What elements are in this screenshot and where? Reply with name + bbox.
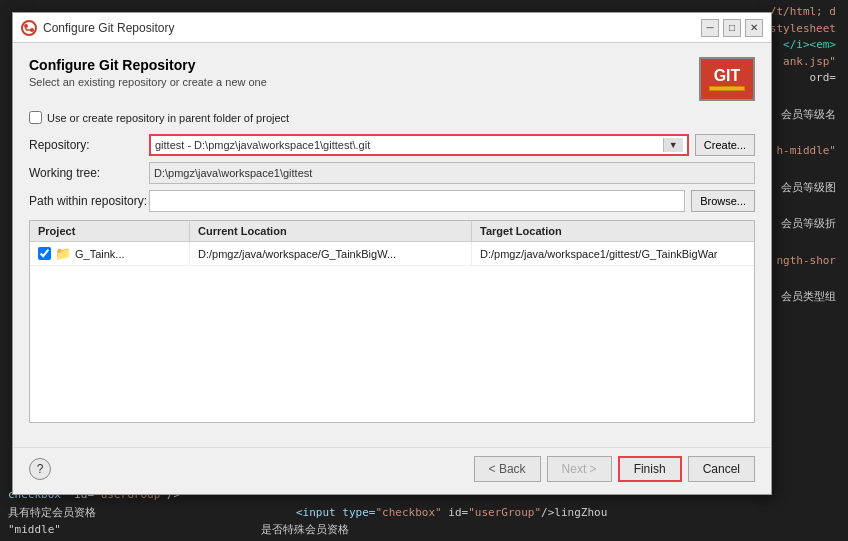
path-label: Path within repository: <box>29 194 149 208</box>
path-input[interactable] <box>149 190 685 212</box>
col-current-location: Current Location <box>190 221 472 241</box>
git-logo: GIT <box>699 57 755 101</box>
cancel-button[interactable]: Cancel <box>688 456 755 482</box>
repository-row: Repository: gittest - D:\pmgz\java\works… <box>29 134 755 156</box>
git-logo-text: GIT <box>714 67 741 85</box>
browse-button[interactable]: Browse... <box>691 190 755 212</box>
repository-label: Repository: <box>29 138 149 152</box>
parent-folder-label: Use or create repository in parent folde… <box>47 112 289 124</box>
dialog-main-title: Configure Git Repository <box>29 57 267 73</box>
dialog-header: Configure Git Repository Select an exist… <box>29 57 755 101</box>
finish-button[interactable]: Finish <box>618 456 682 482</box>
path-row: Path within repository: Browse... <box>29 190 755 212</box>
working-tree-row: Working tree: <box>29 162 755 184</box>
repository-value: gittest - D:\pmgz\java\workspace1\gittes… <box>155 139 663 151</box>
working-tree-input[interactable] <box>149 162 755 184</box>
parent-folder-checkbox-row: Use or create repository in parent folde… <box>29 111 755 124</box>
dialog-subtitle: Select an existing repository or create … <box>29 76 267 88</box>
svg-point-0 <box>22 21 36 35</box>
title-bar-controls: ─ □ ✕ <box>701 19 763 37</box>
project-cell: 📁 G_Taink... <box>30 242 190 265</box>
row-checkbox[interactable] <box>38 247 51 260</box>
git-logo-bar <box>709 86 745 91</box>
repository-dropdown[interactable]: gittest - D:\pmgz\java\workspace1\gittes… <box>149 134 689 156</box>
title-bar-left: Configure Git Repository <box>21 20 174 36</box>
target-location-text: D:/pmgz/java/workspace1/gittest/G_TainkB… <box>480 248 717 260</box>
dialog-body: Configure Git Repository Select an exist… <box>13 43 771 443</box>
configure-git-dialog: Configure Git Repository ─ □ ✕ Configure… <box>12 12 772 495</box>
current-location-cell: D:/pmgz/java/workspace/G_TainkBigW... <box>190 242 472 265</box>
footer-left: ? <box>29 458 51 480</box>
folder-icon: 📁 <box>55 246 71 261</box>
close-button[interactable]: ✕ <box>745 19 763 37</box>
table-row: 📁 G_Taink... D:/pmgz/java/workspace/G_Ta… <box>30 242 754 266</box>
footer-right: < Back Next > Finish Cancel <box>474 456 755 482</box>
parent-folder-checkbox[interactable] <box>29 111 42 124</box>
minimize-button[interactable]: ─ <box>701 19 719 37</box>
bottom-line-3: "middle"是否特殊会员资格 <box>8 521 840 539</box>
next-button[interactable]: Next > <box>547 456 612 482</box>
help-button[interactable]: ? <box>29 458 51 480</box>
table-header: Project Current Location Target Location <box>30 221 754 242</box>
col-target-location: Target Location <box>472 221 754 241</box>
bottom-line-2: 具有特定会员资格<input type="checkbox" id="userG… <box>8 504 840 522</box>
dialog-title-bar: Configure Git Repository ─ □ ✕ <box>13 13 771 43</box>
dialog-footer: ? < Back Next > Finish Cancel <box>13 447 771 494</box>
project-table: Project Current Location Target Location… <box>29 220 755 423</box>
current-location-text: D:/pmgz/java/workspace/G_TainkBigW... <box>198 248 396 260</box>
target-location-cell: D:/pmgz/java/workspace1/gittest/G_TainkB… <box>472 242 754 265</box>
dialog-icon <box>21 20 37 36</box>
dialog-title-text: Configure Git Repository <box>43 21 174 35</box>
back-button[interactable]: < Back <box>474 456 541 482</box>
header-text-block: Configure Git Repository Select an exist… <box>29 57 267 88</box>
dropdown-arrow-icon[interactable]: ▼ <box>663 138 683 152</box>
svg-point-1 <box>24 24 28 28</box>
working-tree-label: Working tree: <box>29 166 149 180</box>
create-repository-button[interactable]: Create... <box>695 134 755 156</box>
maximize-button[interactable]: □ <box>723 19 741 37</box>
col-project: Project <box>30 221 190 241</box>
project-name: G_Taink... <box>75 248 125 260</box>
table-body: 📁 G_Taink... D:/pmgz/java/workspace/G_Ta… <box>30 242 754 422</box>
